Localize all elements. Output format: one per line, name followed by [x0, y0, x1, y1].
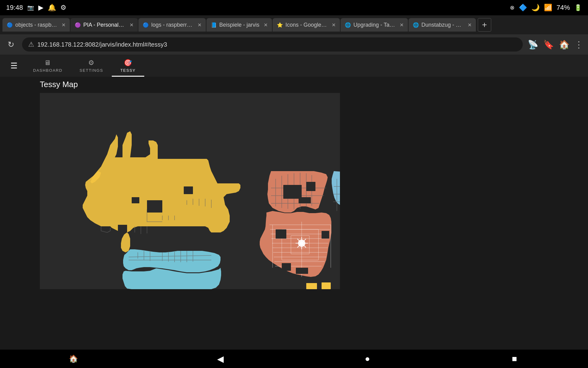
status-right: ⊗ 🔷 🌙 📶 74% 🔋 — [510, 4, 582, 12]
tab-title: PIA - Personal In... — [83, 22, 125, 28]
tab-close-button[interactable]: ✕ — [198, 22, 202, 28]
back-button[interactable]: ◀ — [208, 350, 233, 368]
more-options-button[interactable]: ⋮ — [575, 40, 583, 50]
tab-favicon: 🟣 — [75, 22, 81, 28]
tab-favicon: 🔵 — [143, 22, 149, 28]
page-title: Tessy Map — [40, 80, 588, 89]
tab-favicon: ⭐ — [277, 22, 283, 28]
time-display: 19:48 — [6, 4, 23, 12]
tab-title: Upgrading - Tas... — [353, 22, 395, 28]
dashboard-nav-label: DASHBOARD — [33, 68, 62, 73]
reload-button[interactable]: ↻ — [5, 38, 17, 51]
tab-favicon: 🌐 — [413, 22, 419, 28]
tab-favicon: 🌐 — [345, 22, 351, 28]
home-icon[interactable]: 🏠 — [61, 350, 86, 368]
notification-icon: 🔔 — [48, 4, 56, 12]
nav-items-container: 🖥 DASHBOARD ⚙ SETTINGS 🎯 TESSY — [24, 55, 144, 77]
settings-nav-icon: ⚙ — [88, 59, 95, 67]
tessy-nav-icon: 🎯 — [124, 59, 133, 67]
tab-bar: 🔵 objects - raspbe... ✕ 🟣 PIA - Personal… — [0, 15, 588, 34]
tab-title: Beispiele - jarvis — [219, 22, 259, 28]
tessy-map-svg — [40, 93, 340, 289]
tab-close-button[interactable]: ✕ — [400, 22, 404, 28]
play-icon: ▶ — [38, 4, 43, 12]
svg-rect-38 — [322, 231, 329, 239]
moon-icon: 🌙 — [531, 4, 540, 12]
tab-close-button[interactable]: ✕ — [332, 22, 336, 28]
battery-icon: 🔋 — [574, 4, 582, 11]
status-left: 19:48 📷 ▶ 🔔 ⚙ — [6, 4, 66, 12]
screenshot-icon: 📷 — [27, 4, 34, 11]
hamburger-button[interactable]: ☰ — [6, 58, 21, 73]
recents-button[interactable]: ■ — [502, 350, 527, 368]
browser-chrome: 🔵 objects - raspbe... ✕ 🟣 PIA - Personal… — [0, 15, 588, 55]
svg-rect-36 — [299, 197, 311, 203]
browser-tab-tab4[interactable]: 📘 Beispiele - jarvis ✕ — [206, 18, 272, 32]
bottom-nav: 🏠 ◀ ● ■ — [0, 350, 588, 368]
browser-tab-tab3[interactable]: 🔵 logs - raspberryp... ✕ — [138, 18, 206, 32]
browser-tab-tab5[interactable]: ⭐ Icons - Google F... ✕ — [273, 18, 340, 32]
status-bar: 19:48 📷 ▶ 🔔 ⚙ ⊗ 🔷 🌙 📶 74% 🔋 — [0, 0, 588, 15]
svg-rect-31 — [184, 186, 193, 194]
svg-rect-34 — [283, 185, 302, 199]
svg-rect-33 — [132, 197, 139, 203]
browser-tab-tab6[interactable]: 🌐 Upgrading - Tas... ✕ — [341, 18, 408, 32]
tab-title: Dunstabzug - M... — [421, 22, 463, 28]
svg-rect-39 — [282, 263, 291, 271]
svg-rect-30 — [147, 200, 162, 213]
address-bar-actions: 📡 🔖 🏠 ⋮ — [528, 40, 583, 50]
dashboard-nav-icon: 🖥 — [44, 59, 51, 67]
bluetooth-off-icon: ⊗ — [510, 4, 514, 11]
system-settings-icon: ⚙ — [60, 4, 66, 12]
battery-percent: 74% — [556, 4, 570, 12]
tab-favicon: 🔵 — [7, 22, 13, 28]
svg-rect-32 — [118, 225, 127, 232]
address-bar[interactable]: ⚠ 192.168.178.122:8082/jarvis/index.html… — [22, 37, 523, 52]
tab-title: objects - raspbe... — [15, 22, 57, 28]
map-container[interactable] — [40, 93, 340, 289]
tab-title: Icons - Google F... — [285, 22, 327, 28]
tab-close-button[interactable]: ✕ — [264, 22, 268, 28]
svg-rect-40 — [296, 268, 308, 274]
security-warning-icon: ⚠ — [28, 40, 34, 48]
svg-rect-37 — [276, 229, 286, 239]
browser-tab-tab7[interactable]: 🌐 Dunstabzug - M... ✕ — [409, 18, 476, 32]
tab-close-button[interactable]: ✕ — [130, 22, 134, 28]
tabs-container: 🔵 objects - raspbe... ✕ 🟣 PIA - Personal… — [2, 18, 476, 32]
main-content: Tessy Map — [0, 77, 588, 350]
tab-favicon: 📘 — [211, 22, 217, 28]
svg-rect-42 — [322, 282, 331, 289]
bluetooth-icon: 🔷 — [519, 4, 527, 12]
browser-tab-tab2[interactable]: 🟣 PIA - Personal In... ✕ — [70, 18, 138, 32]
home-button[interactable]: 🏠 — [559, 40, 570, 50]
home-circle-button[interactable]: ● — [355, 350, 380, 368]
tab-title: logs - raspberryp... — [151, 22, 193, 28]
address-text: 192.168.178.122:8082/jarvis/index.html#/… — [37, 41, 167, 48]
wifi-icon: 📶 — [544, 4, 552, 12]
tab-close-button[interactable]: ✕ — [62, 22, 66, 28]
tessy-nav-label: TESSY — [120, 68, 136, 73]
cast-button[interactable]: 📡 — [528, 40, 538, 50]
nav-item-settings[interactable]: ⚙ SETTINGS — [71, 55, 112, 77]
nav-item-tessy[interactable]: 🎯 TESSY — [112, 55, 144, 77]
svg-rect-35 — [306, 182, 315, 191]
svg-rect-41 — [306, 283, 317, 289]
tab-close-button[interactable]: ✕ — [468, 22, 472, 28]
nav-item-dashboard[interactable]: 🖥 DASHBOARD — [24, 55, 71, 77]
app-nav: ☰ 🖥 DASHBOARD ⚙ SETTINGS 🎯 TESSY — [0, 55, 588, 77]
bookmark-button[interactable]: 🔖 — [543, 40, 554, 50]
settings-nav-label: SETTINGS — [80, 68, 103, 73]
new-tab-button[interactable]: + — [478, 18, 491, 32]
browser-tab-tab1[interactable]: 🔵 objects - raspbe... ✕ — [2, 18, 70, 32]
address-bar-row: ↻ ⚠ 192.168.178.122:8082/jarvis/index.ht… — [0, 34, 588, 55]
